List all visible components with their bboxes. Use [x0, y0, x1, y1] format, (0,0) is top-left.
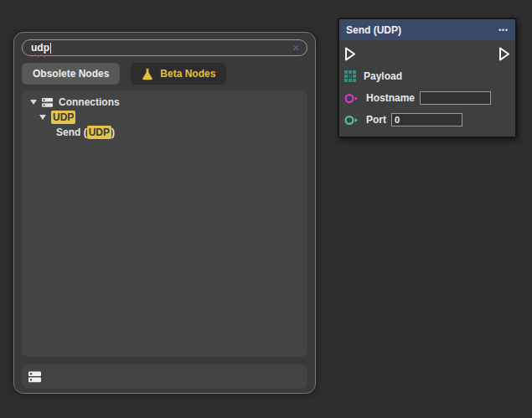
more-options-icon[interactable]: ▪▪▪	[498, 27, 509, 34]
tree-item-label-pre: Send (	[56, 126, 87, 138]
caret-down-icon[interactable]	[39, 115, 46, 120]
exec-pins-row	[344, 44, 510, 63]
flask-icon	[142, 68, 153, 80]
obsolete-nodes-label: Obsolete Nodes	[33, 68, 109, 80]
port-pin-icon[interactable]	[344, 115, 359, 126]
filter-buttons-row: Obsolete Nodes Beta Nodes	[22, 63, 226, 85]
highlighted-match: UDP	[87, 126, 111, 139]
search-results-tree: Connections UDP Send (UDP)	[22, 90, 307, 357]
node-search-panel: udp ✕ Obsolete Nodes Beta Nodes	[13, 32, 316, 394]
hostname-input[interactable]	[420, 91, 491, 105]
clear-search-icon[interactable]: ✕	[292, 44, 300, 53]
port-pin-row: Port	[344, 111, 510, 129]
payload-pin-icon[interactable]	[344, 70, 356, 82]
hostname-pin-row: Hostname	[344, 89, 510, 107]
node-title: Send (UDP)	[346, 24, 401, 36]
obsolete-nodes-button[interactable]: Obsolete Nodes	[22, 63, 120, 85]
tree-item-udp-group[interactable]: UDP	[22, 110, 307, 125]
exec-output-pin[interactable]	[498, 47, 510, 61]
send-udp-node[interactable]: Send (UDP) ▪▪▪	[338, 18, 517, 138]
tree-item-label-post: )	[111, 126, 115, 138]
beta-nodes-label: Beta Nodes	[160, 68, 215, 80]
server-stack-icon	[28, 371, 41, 383]
hostname-label: Hostname	[366, 92, 415, 104]
search-query-text: udp	[31, 43, 49, 53]
node-body: Payload Hostname	[339, 40, 515, 137]
payload-label: Payload	[364, 70, 402, 82]
tree-item-connections[interactable]: Connections	[22, 95, 307, 110]
tree-item-label: Connections	[59, 96, 120, 108]
search-input[interactable]: udp ✕	[22, 39, 307, 56]
panel-footer-bar[interactable]	[22, 364, 307, 389]
payload-pin-row: Payload	[344, 67, 510, 85]
node-editor-canvas[interactable]: udp ✕ Obsolete Nodes Beta Nodes	[0, 0, 532, 418]
tree-item-send-udp[interactable]: Send (UDP)	[22, 125, 307, 140]
highlighted-match: UDP	[51, 111, 75, 124]
port-label: Port	[366, 114, 386, 126]
caret-down-icon[interactable]	[30, 100, 37, 105]
exec-input-pin[interactable]	[344, 47, 356, 61]
text-cursor	[50, 43, 51, 54]
port-input[interactable]	[391, 113, 462, 126]
category-server-icon	[42, 98, 53, 107]
hostname-pin-icon[interactable]	[344, 93, 359, 104]
beta-nodes-button[interactable]: Beta Nodes	[131, 63, 226, 85]
node-header[interactable]: Send (UDP) ▪▪▪	[339, 19, 515, 40]
